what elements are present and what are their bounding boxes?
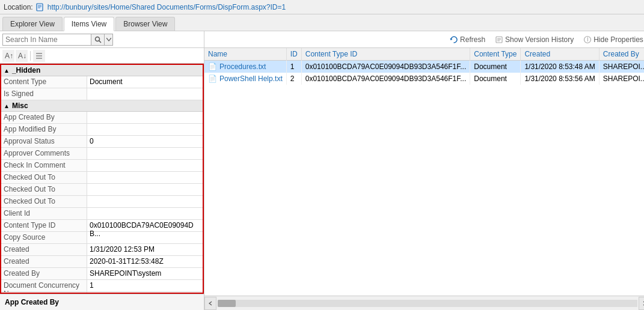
prop-row-1: App Modified By bbox=[1, 124, 203, 136]
hide-properties-label: Hide Properties bbox=[593, 35, 643, 44]
cell-content-type: Document bbox=[470, 61, 521, 73]
search-input[interactable] bbox=[2, 34, 91, 46]
prop-value bbox=[87, 148, 203, 159]
tab-bar: Explorer View Items View Browser View bbox=[0, 14, 644, 31]
left-toolbar: A↑Z A↓Z bbox=[0, 48, 204, 64]
prop-label: Checked Out To bbox=[1, 184, 87, 195]
col-id[interactable]: ID bbox=[286, 48, 301, 61]
svg-line-5 bbox=[99, 40, 101, 43]
cell-created-by: SHAREPOI... bbox=[599, 73, 644, 85]
right-panel: Refresh Show Version History i Hide Prop… bbox=[204, 31, 644, 310]
tab-browser-view[interactable]: Browser View bbox=[115, 17, 175, 31]
info-icon: i bbox=[583, 35, 592, 44]
right-toolbar: Refresh Show Version History i Hide Prop… bbox=[204, 31, 644, 48]
prop-label: App Created By bbox=[1, 112, 87, 123]
tab-items-view[interactable]: Items View bbox=[64, 17, 114, 31]
prop-row-content-type-id: Content Type ID 0x010100BCDA79AC0E09094D… bbox=[1, 220, 203, 232]
cell-name: 📄PowerShell Help.txt bbox=[204, 73, 286, 85]
chevron-down-icon bbox=[106, 38, 111, 41]
location-label: Location: bbox=[4, 3, 33, 11]
prop-label: Approval Status bbox=[1, 136, 87, 147]
misc-section-header[interactable]: ▲ Misc bbox=[1, 100, 203, 112]
cell-created: 1/31/2020 8:53:56 AM bbox=[521, 73, 599, 85]
table-row[interactable]: 📄PowerShell Help.txt20x010100BCDA79AC0E0… bbox=[204, 73, 644, 85]
prop-row-doc-concurrency: Document Concurrency Num 1 bbox=[1, 280, 203, 292]
prop-value: 0 bbox=[87, 136, 203, 147]
prop-row-0: App Created By bbox=[1, 112, 203, 124]
hidden-section-header[interactable]: ▲ _Hidden bbox=[1, 65, 203, 76]
sort-asc-button[interactable]: A↑Z bbox=[2, 50, 14, 62]
misc-section-label: Misc bbox=[12, 102, 28, 110]
prop-label: Created bbox=[1, 256, 87, 267]
prop-row-checked-out-6: Checked Out To bbox=[1, 184, 203, 196]
prop-label: Approver Comments bbox=[1, 148, 87, 159]
svg-text:A↑Z: A↑Z bbox=[5, 52, 13, 60]
prop-row-checked-out-5: Checked Out To bbox=[1, 172, 203, 184]
file-icon: 📄 bbox=[208, 62, 217, 71]
prop-row-check-in-comment: Check In Comment bbox=[1, 160, 203, 172]
col-created-by[interactable]: Created By bbox=[599, 48, 644, 61]
list-view-button[interactable] bbox=[33, 50, 45, 62]
scroll-left-button[interactable] bbox=[204, 297, 216, 310]
prop-value: 2020-01-31T12:53:48Z bbox=[87, 256, 203, 267]
col-name[interactable]: Name bbox=[204, 48, 286, 61]
scroll-thumb[interactable] bbox=[218, 300, 236, 307]
horizontal-scrollbar[interactable] bbox=[204, 296, 644, 310]
show-version-button[interactable]: Show Version History bbox=[492, 34, 576, 45]
refresh-button[interactable]: Refresh bbox=[447, 34, 488, 45]
hidden-toggle-icon: ▲ bbox=[4, 67, 10, 74]
sort-desc-button[interactable]: A↓Z bbox=[16, 50, 28, 62]
prop-row-checked-out-7: Checked Out To bbox=[1, 196, 203, 208]
version-history-icon bbox=[495, 35, 503, 44]
col-content-type[interactable]: Content Type bbox=[470, 48, 521, 61]
prop-row-is-signed: Is Signed bbox=[1, 88, 203, 100]
table-row[interactable]: 📄Procedures.txt10x010100BCDA79AC0E09094D… bbox=[204, 61, 644, 73]
cell-created-by: SHAREPOI... bbox=[599, 61, 644, 73]
prop-value bbox=[87, 184, 203, 195]
cell-name: 📄Procedures.txt bbox=[204, 61, 286, 73]
prop-row-created-iso: Created 2020-01-31T12:53:48Z bbox=[1, 256, 203, 268]
col-content-type-id[interactable]: Content Type ID bbox=[301, 48, 470, 61]
prop-value-content-type-id: 0x010100BCDA79AC0E09094DB... bbox=[87, 220, 203, 231]
scroll-right-button[interactable] bbox=[639, 297, 644, 310]
prop-row-content-type: Content Type Document bbox=[1, 76, 203, 88]
search-bar bbox=[0, 31, 204, 48]
svg-text:i: i bbox=[587, 35, 589, 43]
show-version-label: Show Version History bbox=[505, 35, 574, 44]
prop-value: SHAREPOINT\system bbox=[87, 268, 203, 279]
svg-text:A↓Z: A↓Z bbox=[18, 52, 26, 60]
prop-label: Created bbox=[1, 244, 87, 255]
file-link[interactable]: Procedures.txt bbox=[219, 62, 266, 71]
toolbar-separator bbox=[30, 51, 31, 61]
prop-value bbox=[87, 196, 203, 207]
svg-point-4 bbox=[95, 37, 99, 41]
prop-label-check-in-comment: Check In Comment bbox=[1, 160, 87, 171]
cell-id: 1 bbox=[286, 61, 301, 73]
prop-label: Created By bbox=[1, 268, 87, 279]
main-layout: A↑Z A↓Z ▲ _Hidden bbox=[0, 31, 644, 310]
search-dropdown-button[interactable] bbox=[105, 34, 113, 46]
prop-value bbox=[87, 124, 203, 135]
col-created[interactable]: Created bbox=[521, 48, 599, 61]
cell-content-type-id: 0x010100BCDA79AC0E09094DB93D3A546F1F... bbox=[301, 73, 470, 85]
scroll-track[interactable] bbox=[218, 300, 637, 307]
prop-label-content-type: Content Type bbox=[1, 76, 87, 88]
prop-value-is-signed bbox=[87, 88, 203, 100]
hide-properties-button[interactable]: i Hide Properties bbox=[581, 34, 644, 45]
cell-created: 1/31/2020 8:53:48 AM bbox=[521, 61, 599, 73]
tab-explorer-view[interactable]: Explorer View bbox=[2, 17, 63, 31]
prop-row-created-by: Created By SHAREPOINT\system bbox=[1, 268, 203, 280]
prop-value: 1/31/2020 12:53 PM bbox=[87, 244, 203, 255]
properties-panel: ▲ _Hidden Content Type Document Is Signe… bbox=[0, 64, 204, 294]
svg-rect-0 bbox=[37, 4, 43, 11]
prop-row-created-date: Created 1/31/2020 12:53 PM bbox=[1, 244, 203, 256]
file-table: Name ID Content Type ID Content Type Cre… bbox=[204, 48, 644, 85]
left-panel: A↑Z A↓Z ▲ _Hidden bbox=[0, 31, 204, 310]
location-bar: Location: http://bunbury/sites/Home/Shar… bbox=[0, 0, 644, 14]
file-icon: 📄 bbox=[208, 74, 217, 83]
prop-label: Checked Out To bbox=[1, 196, 87, 207]
file-link[interactable]: PowerShell Help.txt bbox=[219, 74, 283, 83]
misc-toggle-icon: ▲ bbox=[4, 103, 10, 109]
search-button[interactable] bbox=[91, 34, 105, 46]
location-url[interactable]: http://bunbury/sites/Home/Shared Documen… bbox=[48, 3, 286, 11]
